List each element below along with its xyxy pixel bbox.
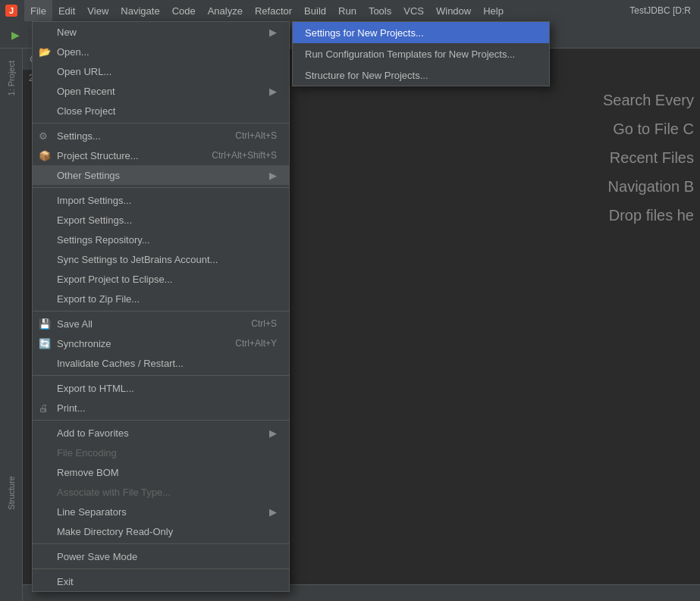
menu-line-separators-arrow: ▶ (269, 506, 277, 518)
shortcut-search: Search Every (603, 86, 694, 114)
menu-settings-shortcut: Ctrl+Alt+S (235, 130, 277, 141)
menu-save-all[interactable]: 💾 Save All Ctrl+S (33, 314, 289, 333)
menu-save-all-shortcut: Ctrl+S (251, 318, 277, 329)
submenu-run-config-templates[interactable]: Run Configuration Templates for New Proj… (293, 43, 549, 64)
menu-print[interactable]: 🖨 Print... (33, 398, 289, 418)
project-structure-icon: 📦 (39, 150, 51, 161)
menu-export-html-label: Export to HTML... (57, 383, 277, 394)
menu-item-analyze[interactable]: Analyze (202, 0, 249, 21)
menu-line-separators-label: Line Separators (57, 506, 263, 518)
menu-item-tools[interactable]: Tools (363, 0, 397, 21)
menu-line-separators[interactable]: Line Separators ▶ (33, 502, 289, 521)
menu-export-settings[interactable]: Export Settings... (33, 210, 289, 230)
submenu-structure-new-projects[interactable]: Structure for New Projects... (293, 64, 549, 86)
menu-export-eclipse-label: Export Project to Eclipse... (57, 274, 277, 285)
menu-project-structure[interactable]: 📦 Project Structure... Ctrl+Alt+Shift+S (33, 146, 289, 165)
menu-other-settings-arrow: ▶ (269, 170, 277, 181)
menu-new-arrow: ▶ (269, 27, 277, 38)
menu-item-refactor[interactable]: Refactor (249, 0, 298, 21)
svg-text:J: J (9, 6, 14, 15)
menu-open-url[interactable]: Open URL... (33, 61, 289, 81)
menu-open[interactable]: 📂 Open... (33, 42, 289, 61)
menu-remove-bom-label: Remove BOM (57, 467, 277, 478)
menu-item-file[interactable]: File (24, 0, 52, 21)
menu-item-navigate[interactable]: Navigate (115, 0, 165, 21)
menu-project-structure-label: Project Structure... (57, 150, 189, 161)
menu-settings-repo-label: Settings Repository... (57, 234, 277, 246)
menu-sync-settings[interactable]: Sync Settings to JetBrains Account... (33, 249, 289, 269)
separator-5 (33, 420, 289, 421)
structure-panel-label[interactable]: Structure (7, 476, 16, 510)
menu-other-settings-label: Other Settings (57, 170, 263, 181)
menu-import-settings[interactable]: Import Settings... (33, 190, 289, 210)
separator-1 (33, 123, 289, 124)
settings-icon: ⚙ (39, 130, 48, 142)
menu-bar: J File Edit View Navigate Code Analyze R… (0, 0, 700, 21)
menu-new[interactable]: New ▶ (33, 22, 289, 42)
menu-settings-label: Settings... (57, 130, 212, 142)
menu-remove-bom[interactable]: Remove BOM (33, 462, 289, 482)
separator-7 (33, 568, 289, 569)
menu-sync-settings-label: Sync Settings to JetBrains Account... (57, 254, 277, 265)
menu-settings-repo[interactable]: Settings Repository... (33, 230, 289, 249)
menu-file-encoding: File Encoding (33, 443, 289, 462)
menu-synchronize[interactable]: 🔄 Synchronize Ctrl+Alt+Y (33, 333, 289, 353)
shortcut-drop-files: Drop files he (603, 202, 694, 229)
shortcut-recent-files: Recent Files (603, 144, 694, 171)
menu-project-structure-shortcut: Ctrl+Alt+Shift+S (212, 150, 277, 161)
menu-power-save-label: Power Save Mode (57, 551, 277, 562)
menu-add-favorites[interactable]: Add to Favorites ▶ (33, 423, 289, 443)
menu-new-label: New (57, 27, 263, 38)
other-settings-submenu: Settings for New Projects... Run Configu… (292, 21, 550, 86)
menu-item-view[interactable]: View (81, 0, 115, 21)
menu-item-window[interactable]: Window (430, 0, 477, 21)
menu-open-label: Open... (57, 46, 277, 58)
menu-associate-file-type-label: Associate with File Type... (57, 487, 277, 498)
menu-export-eclipse[interactable]: Export Project to Eclipse... (33, 269, 289, 289)
menu-power-save[interactable]: Power Save Mode (33, 546, 289, 566)
menu-open-url-label: Open URL... (57, 66, 277, 77)
menu-open-recent[interactable]: Open Recent ▶ (33, 81, 289, 101)
separator-4 (33, 375, 289, 376)
app-title: TestJDBC [D:R (629, 5, 697, 16)
menu-save-all-label: Save All (57, 318, 228, 330)
submenu-settings-new-projects[interactable]: Settings for New Projects... (293, 22, 549, 43)
menu-exit[interactable]: Exit (33, 571, 289, 591)
menu-close-project[interactable]: Close Project (33, 101, 289, 121)
separator-3 (33, 311, 289, 311)
menu-export-html[interactable]: Export to HTML... (33, 378, 289, 398)
menu-invalidate-caches-label: Invalidate Caches / Restart... (57, 358, 277, 369)
menu-item-edit[interactable]: Edit (52, 0, 81, 21)
submenu-structure-new-projects-label: Structure for New Projects... (305, 70, 428, 81)
separator-2 (33, 187, 289, 188)
menu-item-run[interactable]: Run (332, 0, 363, 21)
menu-other-settings[interactable]: Other Settings ▶ (33, 165, 289, 185)
menu-export-settings-label: Export Settings... (57, 214, 277, 226)
shortcut-goto-file: Go to File C (603, 115, 694, 142)
menu-item-build[interactable]: Build (298, 0, 332, 21)
submenu-settings-new-projects-label: Settings for New Projects... (305, 27, 424, 39)
menu-add-favorites-label: Add to Favorites (57, 427, 263, 439)
menu-invalidate-caches[interactable]: Invalidate Caches / Restart... (33, 353, 289, 373)
project-panel-label[interactable]: 1: Project (5, 58, 17, 99)
menu-file-encoding-label: File Encoding (57, 447, 277, 459)
menu-exit-label: Exit (57, 576, 277, 587)
menu-synchronize-label: Synchronize (57, 338, 212, 349)
app-logo: J (3, 2, 20, 19)
left-sidebar: 1: Project Structure (0, 49, 23, 601)
run-button[interactable]: ▶ (6, 26, 24, 44)
menu-item-help[interactable]: Help (477, 0, 510, 21)
menu-export-zip[interactable]: Export to Zip File... (33, 289, 289, 308)
shortcuts-panel: Search Every Go to File C Recent Files N… (603, 86, 700, 229)
menu-open-recent-arrow: ▶ (269, 86, 277, 97)
open-icon: 📂 (39, 46, 51, 58)
menu-close-project-label: Close Project (57, 105, 277, 117)
menu-item-vcs[interactable]: VCS (397, 0, 430, 21)
menu-make-readonly[interactable]: Make Directory Read-Only (33, 521, 289, 541)
menu-settings[interactable]: ⚙ Settings... Ctrl+Alt+S (33, 126, 289, 146)
separator-6 (33, 543, 289, 544)
menu-item-code[interactable]: Code (166, 0, 202, 21)
menu-import-settings-label: Import Settings... (57, 195, 277, 206)
file-menu-dropdown: New ▶ 📂 Open... Open URL... Open Recent … (32, 21, 290, 592)
menu-print-label: Print... (57, 402, 277, 414)
